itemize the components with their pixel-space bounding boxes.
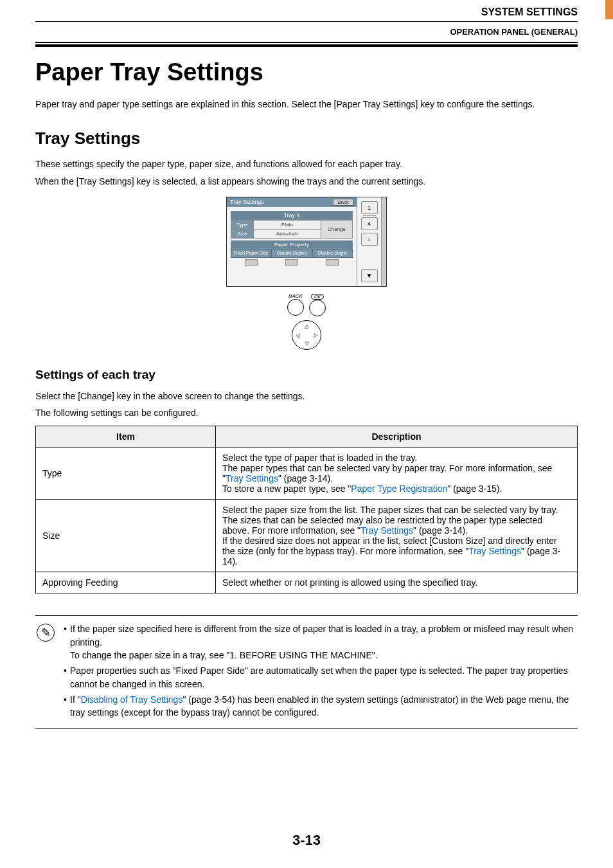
desc-approving: Select whether or not printing is allowe…: [216, 572, 578, 593]
size-label: Size: [231, 230, 254, 238]
screenshot: Tray Settings Back Tray 1 Type Plain: [226, 197, 387, 350]
accent-bar: [605, 0, 613, 19]
table-row: Approving Feeding Select whether or not …: [36, 572, 578, 593]
screenshot-back-button: Back: [333, 199, 353, 206]
tray-desc-1: These settings specify the paper type, p…: [35, 158, 578, 170]
tray-desc-2: When the [Tray Settings] key is selected…: [35, 175, 578, 188]
up-arrow-icon: ▲: [361, 233, 378, 246]
item-approving: Approving Feeding: [36, 572, 216, 593]
size-value: Auto-Inch: [254, 230, 321, 238]
settings-table: Item Description Type Select the type of…: [35, 426, 578, 593]
th-item: Item: [36, 426, 216, 448]
section-heading: Tray Settings: [35, 129, 578, 149]
fixed-paper-side: Fixed Paper Side: [231, 249, 271, 258]
screenshot-title: Tray Settings: [230, 199, 264, 206]
desc-type: Select the type of paper that is loaded …: [216, 448, 578, 500]
dpad-icon: △ ▽ ◁ ▷: [292, 320, 321, 350]
paper-property-header: Paper Property: [231, 240, 353, 249]
th-desc: Description: [216, 426, 578, 448]
note-icon: ✎: [37, 624, 55, 642]
note-item: If the paper size specified here is diff…: [64, 622, 574, 662]
checkbox-icon: [245, 259, 258, 266]
header-subsection: OPERATION PANEL (GENERAL): [35, 27, 578, 37]
change-button: Change: [321, 221, 352, 238]
panel-back-label: BACK: [287, 293, 304, 299]
back-button-icon: [287, 299, 304, 316]
ok-button-icon: [309, 300, 326, 316]
page-total: 4: [361, 217, 378, 230]
page-number: 3-13: [0, 832, 613, 849]
item-size: Size: [36, 500, 216, 572]
page-current: 1: [361, 201, 378, 214]
link-tray-settings[interactable]: Tray Settings: [360, 525, 413, 536]
panel-ok-label: OK: [311, 294, 324, 300]
intro-text: Paper tray and paper type settings are e…: [35, 98, 578, 111]
header-section: SYSTEM SETTINGS: [35, 6, 578, 18]
desc-size: Select the paper size from the list. The…: [216, 500, 578, 572]
note-item: Paper properties such as "Fixed Paper Si…: [64, 664, 574, 691]
link-tray-settings[interactable]: Tray Settings: [226, 473, 278, 484]
item-type: Type: [36, 448, 216, 500]
link-disabling-tray-settings[interactable]: Disabling of Tray Settings: [81, 694, 183, 705]
subsection-p2: The following settings can be configured…: [35, 406, 578, 419]
checkbox-icon: [326, 259, 339, 266]
down-arrow-icon: ▼: [361, 269, 378, 282]
scrollbar: [381, 197, 386, 286]
note-box: ✎ If the paper size specified here is di…: [35, 615, 578, 728]
note-item: If "Disabling of Tray Settings" (page 3-…: [64, 693, 574, 719]
checkbox-icon: [285, 259, 298, 266]
type-label: Type: [231, 221, 254, 229]
link-tray-settings[interactable]: Tray Settings: [468, 546, 521, 556]
tray-header: Tray 1: [231, 211, 353, 220]
subsection-heading: Settings of each tray: [35, 368, 578, 382]
disable-staple: Disable Staple: [312, 249, 353, 258]
table-row: Size Select the paper size from the list…: [36, 500, 578, 572]
disable-duplex: Disable Duplex: [271, 249, 312, 258]
type-value: Plain: [254, 221, 321, 229]
page-title: Paper Tray Settings: [35, 59, 578, 86]
table-row: Type Select the type of paper that is lo…: [36, 448, 578, 500]
link-paper-type-registration[interactable]: Paper Type Registration: [351, 484, 447, 494]
subsection-p1: Select the [Change] key in the above scr…: [35, 390, 578, 402]
